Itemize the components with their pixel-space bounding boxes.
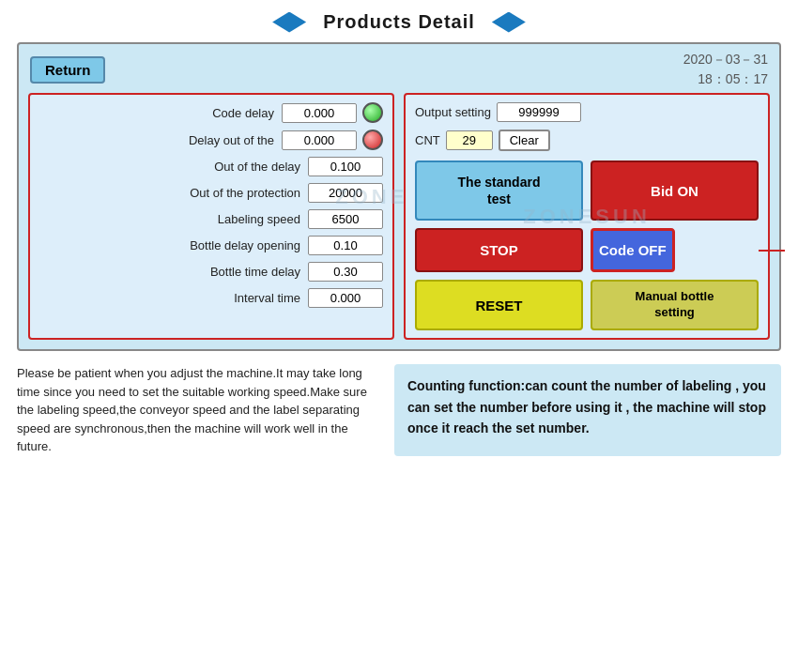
right-panel: ZONESUN Output setting CNT Clear The sta… <box>404 93 770 340</box>
standard-test-button[interactable]: The standardtest <box>415 160 583 221</box>
field-input-2[interactable] <box>308 157 383 176</box>
bid-on-button[interactable]: Bid ON <box>591 160 759 221</box>
field-label: Out of the delay <box>39 160 308 174</box>
bottom-left-text: Please be patient when you adjust the ma… <box>17 364 377 456</box>
cnt-label: CNT <box>415 133 440 147</box>
field-label: Bottle delay opening <box>39 238 308 252</box>
date-text: 2020－03－31 <box>683 50 768 69</box>
datetime-display: 2020－03－31 18：05：17 <box>683 50 768 89</box>
code-off-button[interactable]: Code OFF <box>591 228 675 272</box>
field-input-5[interactable] <box>308 236 383 255</box>
clear-button[interactable]: Clear <box>499 130 550 151</box>
field-label: Code delay <box>39 106 282 120</box>
field-input-0[interactable] <box>282 103 357 123</box>
page-title: Products Detail <box>323 11 475 33</box>
field-input-4[interactable] <box>308 209 383 229</box>
red-pointer <box>759 250 785 252</box>
output-label: Output setting <box>415 105 491 119</box>
left-panel: ZONESUN Code delayDelay out of theOut of… <box>28 93 394 340</box>
field-row: Delay out of the <box>39 130 383 150</box>
reset-button[interactable]: RESET <box>415 280 583 330</box>
manual-bottle-button[interactable]: Manual bottlesetting <box>591 280 759 330</box>
main-panel: Return 2020－03－31 18：05：17 ZONESUN Code … <box>17 42 781 351</box>
stop-button[interactable]: STOP <box>415 228 583 272</box>
indicator-green <box>362 102 383 123</box>
field-label: Bottle time delay <box>39 265 308 279</box>
bottom-right-text: Counting function:can count the number o… <box>394 364 781 456</box>
field-row: Bottle time delay <box>39 262 383 282</box>
field-input-1[interactable] <box>282 130 357 150</box>
time-text: 18：05：17 <box>683 69 768 89</box>
field-row: Code delay <box>39 102 383 123</box>
field-row: Out of the delay <box>39 157 383 176</box>
bottom-section: Please be patient when you adjust the ma… <box>0 351 798 466</box>
left-diamond-icon <box>272 12 306 33</box>
field-input-7[interactable] <box>308 288 383 308</box>
indicator-red <box>362 130 383 150</box>
right-diamond-icon <box>492 12 526 33</box>
field-row: Bottle delay opening <box>39 236 383 255</box>
button-grid: The standardtest Bid ON STOP Code OFF RE… <box>415 160 759 330</box>
top-bar: Return 2020－03－31 18：05：17 <box>19 44 779 93</box>
field-row: Labeling speed <box>39 209 383 229</box>
output-row: Output setting <box>415 102 759 122</box>
field-row: Interval time <box>39 288 383 308</box>
two-col-layout: ZONESUN Code delayDelay out of theOut of… <box>19 93 779 349</box>
field-input-3[interactable] <box>308 183 383 203</box>
field-input-6[interactable] <box>308 262 383 282</box>
page-header: Products Detail <box>0 0 798 42</box>
return-button[interactable]: Return <box>30 56 105 84</box>
field-label: Interval time <box>39 291 308 305</box>
cnt-input[interactable] <box>446 130 493 150</box>
field-row: Out of the protection <box>39 183 383 203</box>
cnt-row: CNT Clear <box>415 130 759 151</box>
field-label: Delay out of the <box>39 133 282 147</box>
code-off-wrapper: Code OFF <box>591 228 759 272</box>
field-label: Out of the protection <box>39 186 308 200</box>
output-input[interactable] <box>497 102 581 122</box>
field-label: Labeling speed <box>39 212 308 226</box>
